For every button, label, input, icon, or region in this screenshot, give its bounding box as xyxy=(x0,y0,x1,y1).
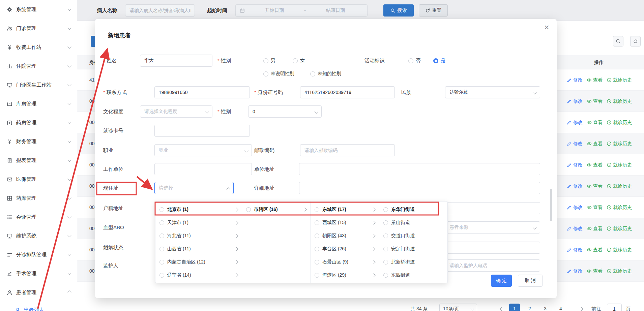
edit-link[interactable]: 修改 xyxy=(567,98,583,104)
sidebar-item-consultation[interactable]: 会诊管理 xyxy=(0,208,77,226)
visit-history-link[interactable]: 就诊历史 xyxy=(607,268,632,274)
edit-link[interactable]: 修改 xyxy=(567,141,583,147)
edit-link[interactable]: 修改 xyxy=(567,268,583,274)
cascader-option-province[interactable]: 内蒙古自治区 (12) xyxy=(155,255,242,269)
date-range-picker[interactable]: 开始日期 - 结束日期 xyxy=(235,4,368,17)
edit-link[interactable]: 修改 xyxy=(567,162,583,168)
close-icon[interactable]: × xyxy=(544,23,549,32)
visit-history-link[interactable]: 就诊历史 xyxy=(607,226,632,232)
edit-link[interactable]: 修改 xyxy=(567,120,583,126)
modal-scrollbar[interactable] xyxy=(550,189,552,221)
view-link[interactable]: 查看 xyxy=(587,226,603,232)
radio-male[interactable]: 男 xyxy=(263,55,275,67)
postcode-input[interactable] xyxy=(300,144,395,156)
cascader-option-province[interactable]: 天津市 (1) xyxy=(155,216,242,229)
household-detail-input[interactable] xyxy=(445,202,540,214)
sidebar-item-triage-queue[interactable]: 分诊排队管理 xyxy=(0,245,77,264)
view-link[interactable]: 查看 xyxy=(587,162,603,168)
page-number[interactable]: 3 xyxy=(540,304,551,311)
cascader-option-street[interactable]: 景山街道 xyxy=(379,216,448,229)
marital-row-input[interactable] xyxy=(445,242,540,254)
sidebar-item-doctor-station[interactable]: 门诊医生工作站 xyxy=(0,75,77,94)
radio-active-no[interactable]: 否 xyxy=(408,55,420,67)
visit-history-link[interactable]: 就诊历史 xyxy=(607,205,632,211)
search-button[interactable]: 搜索 xyxy=(383,4,414,17)
sidebar-item-drug-storage[interactable]: 药库管理 xyxy=(0,189,77,208)
sidebar-item-surgery[interactable]: 手术管理 xyxy=(0,264,77,283)
cascader-option-street[interactable]: 交道口街道 xyxy=(379,229,448,242)
edit-link[interactable]: 修改 xyxy=(567,77,583,83)
cascader-option-district[interactable]: 海淀区 (29) xyxy=(311,269,379,282)
sidebar-item-system[interactable]: 系统管理 xyxy=(0,0,77,19)
sidebar-item-charging[interactable]: 收费工作站 xyxy=(0,38,77,57)
cascader-option-district[interactable]: 东城区 (17) xyxy=(311,203,379,216)
table-refresh-button[interactable] xyxy=(630,36,641,46)
education-select[interactable]: 请选择文化程度 xyxy=(140,105,212,118)
detail-address-input[interactable] xyxy=(299,182,540,194)
cascader-option-province[interactable]: 辽宁省 (14) xyxy=(155,269,242,282)
name-input[interactable] xyxy=(140,55,212,67)
occupation-select[interactable]: 职业 xyxy=(154,144,252,156)
visit-history-link[interactable]: 就诊历史 xyxy=(607,120,632,126)
confirm-button[interactable]: 确 定 xyxy=(491,275,512,287)
contact-input[interactable] xyxy=(154,86,250,98)
visit-history-link[interactable]: 就诊历史 xyxy=(607,98,632,104)
sidebar-item-outpatient[interactable]: 门诊管理 xyxy=(0,19,77,38)
edit-link[interactable]: 修改 xyxy=(567,183,583,189)
view-link[interactable]: 查看 xyxy=(587,205,603,211)
cascader-option-district[interactable]: 西城区 (15) xyxy=(311,216,379,229)
edit-link[interactable]: 修改 xyxy=(567,226,583,232)
view-link[interactable]: 查看 xyxy=(587,183,603,189)
patient-source-select[interactable]: 患者来源 xyxy=(445,221,540,234)
ethnicity-select[interactable]: 达斡尔族 xyxy=(445,86,540,98)
cancel-button[interactable]: 取 消 xyxy=(518,275,543,287)
cascader-option-street[interactable]: 东华门街道 xyxy=(379,203,448,216)
gender2-select[interactable]: 0 xyxy=(248,105,322,118)
visit-history-link[interactable]: 就诊历史 xyxy=(607,183,632,189)
sidebar-subitem-patient-list[interactable]: 患者列表 xyxy=(0,302,77,311)
visit-history-link[interactable]: 就诊历史 xyxy=(607,247,632,253)
view-link[interactable]: 查看 xyxy=(587,141,603,147)
cascader-option-street[interactable]: 东四街道 xyxy=(379,269,448,282)
patient-name-input[interactable] xyxy=(125,4,195,17)
workunit-input[interactable] xyxy=(154,163,252,175)
view-link[interactable]: 查看 xyxy=(587,98,603,104)
next-page-button[interactable] xyxy=(576,304,587,311)
sidebar-item-finance[interactable]: 财务管理 xyxy=(0,132,77,151)
page-number[interactable]: 4 xyxy=(555,304,566,311)
radio-active-yes[interactable]: 是 xyxy=(433,55,445,67)
cascader-option-street[interactable]: 安定门街道 xyxy=(379,242,448,255)
view-link[interactable]: 查看 xyxy=(587,77,603,83)
view-link[interactable]: 查看 xyxy=(587,120,603,126)
edit-link[interactable]: 修改 xyxy=(567,247,583,253)
radio-gender-unstated[interactable]: 未说明性别 xyxy=(263,68,294,80)
unit-address-input[interactable] xyxy=(299,163,540,175)
radio-gender-unknown[interactable]: 未知的性别 xyxy=(310,68,341,80)
sidebar-item-insurance[interactable]: 医保管理 xyxy=(0,170,77,189)
cascader-option-city[interactable]: 市辖区 (16) xyxy=(242,203,310,216)
sidebar-item-report[interactable]: 报表管理 xyxy=(0,151,77,170)
sidebar-item-patient[interactable]: 患者管理 xyxy=(0,283,77,302)
cascader-option-street[interactable]: 北新桥街道 xyxy=(379,255,448,269)
cascader-option-district[interactable]: 丰台区 (26) xyxy=(311,242,379,255)
view-link[interactable]: 查看 xyxy=(587,247,603,253)
cascader-option-province[interactable]: 北京市 (1) xyxy=(155,203,242,216)
current-address-cascader[interactable]: 请选择 xyxy=(154,182,234,194)
visit-card-input[interactable] xyxy=(154,125,250,137)
edit-link[interactable]: 修改 xyxy=(567,205,583,211)
cascader-option-province[interactable]: 山西省 (11) xyxy=(155,242,242,255)
prev-page-button[interactable] xyxy=(496,304,507,311)
sidebar-item-storeroom[interactable]: 库房管理 xyxy=(0,94,77,113)
cascader-option-district[interactable]: 朝阳区 (43) xyxy=(311,229,379,242)
cascader-option-district[interactable]: 石景山区 (9) xyxy=(311,255,379,269)
page-number[interactable]: 1 xyxy=(509,304,520,311)
visit-history-link[interactable]: 就诊历史 xyxy=(607,141,632,147)
table-search-button[interactable] xyxy=(613,36,623,46)
visit-history-link[interactable]: 就诊历史 xyxy=(607,77,632,83)
cascader-option-province[interactable]: 河北省 (11) xyxy=(155,229,242,242)
radio-female[interactable]: 女 xyxy=(293,55,305,67)
idcard-input[interactable] xyxy=(300,86,395,98)
guardian-phone-input[interactable] xyxy=(445,259,540,272)
reset-button[interactable]: 重置 xyxy=(419,4,448,17)
goto-page-input[interactable] xyxy=(607,304,622,311)
